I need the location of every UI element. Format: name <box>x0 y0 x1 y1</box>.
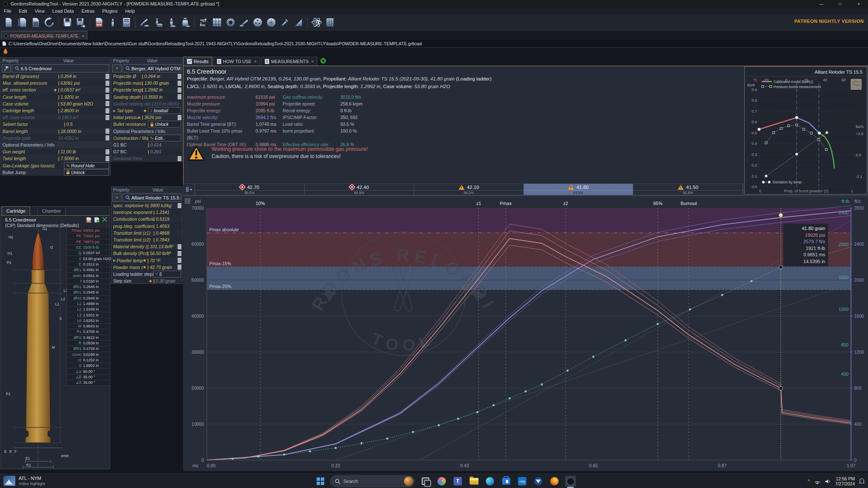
property-row[interactable]: G1 BC|0.614 <box>111 141 182 148</box>
gauge-tool-icon[interactable] <box>265 16 278 29</box>
cartridge-properties-name[interactable]: 6.5 Creedmoor <box>12 64 109 72</box>
ruler-icon[interactable] <box>106 101 109 106</box>
results-tab-results[interactable]: Results <box>183 57 212 66</box>
ladder-step-42.40[interactable]: 42.4094.9% <box>305 184 415 195</box>
property-row[interactable]: Construction / Mat✎Edit.. <box>111 135 182 141</box>
ruler-icon[interactable] <box>178 258 181 263</box>
taskbar-app-copilot[interactable] <box>436 476 447 487</box>
property-row[interactable]: ▶Powder temperature★|70 °F <box>111 257 182 264</box>
pick-tool-button[interactable] <box>2 64 11 72</box>
property-row[interactable]: Gas-Leakage (gas losses)✎Round Hole <box>1 162 110 169</box>
property-row[interactable]: Isentropic exponent (k)|1.2341 <box>111 209 182 216</box>
save-disk-icon[interactable] <box>61 16 74 29</box>
ruler-icon[interactable] <box>106 108 109 114</box>
propellant-properties-name[interactable]: Alliant Reloder TS 15.5 (20 <box>122 194 181 202</box>
value-edit-box[interactable]: ✎Round Hole <box>64 162 109 169</box>
ladder-step-41.80[interactable]: 41.8093.5% <box>524 184 634 195</box>
projectile-properties-name[interactable]: Berger, AR Hybrid OTM 26 <box>122 64 181 72</box>
reload-icon[interactable] <box>43 16 56 29</box>
measure-angle-icon[interactable] <box>292 16 305 29</box>
property-row[interactable]: Projectile mass|130.00 grain <box>111 80 182 86</box>
property-row[interactable]: Projectile path16.4392 in <box>1 135 110 141</box>
ruler-icon[interactable] <box>178 94 181 100</box>
property-row[interactable]: Barrel Ø (grooves)|0.264 in <box>1 73 110 80</box>
ruler-icon[interactable] <box>106 74 109 79</box>
menu-item-load-data[interactable]: Load Data <box>48 8 78 14</box>
unit-converter-icon[interactable]: kglb <box>197 16 210 29</box>
expand-arrow-icon[interactable]: ▶ <box>113 258 116 262</box>
ruler-icon[interactable] <box>178 156 181 161</box>
ladder-step-42.10[interactable]: 42.1094.2% <box>414 184 524 195</box>
report-icon[interactable] <box>120 16 133 29</box>
property-row[interactable]: Step size★|0.30 grain <box>111 277 182 284</box>
hidden-icons-caret[interactable]: ^ <box>808 479 810 484</box>
property-row[interactable]: Seating depth|0.3593 in <box>111 94 182 100</box>
taskbar-app-store[interactable] <box>501 476 512 487</box>
property-row[interactable]: Barrel length|18.0000 in <box>1 128 110 135</box>
export-pdf-icon[interactable]: PDF <box>86 217 92 223</box>
dropdown-button[interactable]: ▼ <box>112 64 122 72</box>
expand-arrow-icon[interactable]: ▶ <box>113 109 116 113</box>
clock[interactable]: 12:56 PM 7/27/2024 <box>835 476 855 486</box>
property-row[interactable]: Twist length|7.5000 in <box>1 155 110 162</box>
search-input[interactable]: Search <box>330 475 415 487</box>
file-tab[interactable]: POWDER-MEASURE-TEMPLATE × <box>1 31 87 40</box>
value-edit-box[interactable]: ✎Edit.. <box>148 135 181 141</box>
ruler-icon[interactable] <box>106 80 109 86</box>
ladder-menu-button[interactable]: ▼ <box>184 184 195 195</box>
value-lock-box[interactable]: Unlock <box>64 169 109 176</box>
ruler-icon[interactable] <box>178 87 181 93</box>
ladder-step-41.50[interactable]: 41.5092.8% <box>633 184 743 195</box>
ruler-icon[interactable] <box>106 149 109 155</box>
ruler-icon[interactable] <box>106 156 109 161</box>
property-row[interactable]: Bullet JumpUnlock <box>1 169 110 176</box>
tab-close-icon[interactable]: × <box>254 59 256 64</box>
minimize-button[interactable]: — <box>812 0 831 8</box>
tab-cartridge[interactable]: Cartridge <box>2 206 30 215</box>
property-row[interactable]: eff. case volume0.1953 in³ <box>1 114 110 121</box>
taskbar-app-teams[interactable]: T <box>452 476 463 487</box>
taskbar-app-task-view[interactable] <box>420 476 431 487</box>
property-row[interactable]: Guided seating de0.1310 in (46%) <box>111 100 182 107</box>
property-row[interactable]: Loading ladder steps▽5 <box>111 271 182 277</box>
powder-disc-icon[interactable] <box>251 16 264 29</box>
maximize-button[interactable]: □ <box>831 0 849 8</box>
taskbar-app-grt-active[interactable] <box>565 476 576 487</box>
new-file-icon[interactable] <box>2 16 15 29</box>
property-row[interactable]: Sectional Density (0.2661 lb/in² <box>111 155 182 162</box>
property-row[interactable]: Projectile length|1.2992 in <box>111 86 182 93</box>
ruler-icon[interactable] <box>178 74 181 79</box>
property-row[interactable]: Max. allowed pressure|63091 psi <box>1 80 110 86</box>
value-drop-box[interactable]: ▽5 <box>153 271 181 277</box>
ruler-icon[interactable] <box>106 135 109 141</box>
network-icon[interactable] <box>814 479 821 484</box>
property-row[interactable]: Combustion coefficient|0.5319 <box>111 216 182 222</box>
ruler-icon[interactable] <box>106 115 109 120</box>
property-row[interactable]: Material density (Pc)|101.13 lb/ft³ <box>111 243 182 250</box>
nozzle-tool-icon[interactable] <box>278 16 291 29</box>
taskbar-app-paint-app[interactable]: mdg <box>517 476 528 487</box>
open-file-icon[interactable] <box>16 16 28 29</box>
property-row[interactable]: Projectile Ø|0.264 in <box>111 73 182 80</box>
tab-close-icon[interactable]: × <box>311 59 314 64</box>
taskbar-app-file-explorer[interactable] <box>468 476 479 487</box>
close-diagram-icon[interactable] <box>102 217 107 222</box>
save-file-icon[interactable] <box>29 16 42 29</box>
value-drop-box[interactable]: ▽boattail <box>148 107 181 114</box>
menu-item-edit[interactable]: Edit <box>15 8 31 14</box>
ammo-database-icon[interactable] <box>152 16 164 29</box>
property-row[interactable]: Sebert factor|0.5 <box>1 121 110 128</box>
export-pdf-icon[interactable]: PDF <box>93 16 106 29</box>
start-button[interactable] <box>316 477 325 486</box>
bullet-database-icon[interactable] <box>165 16 178 29</box>
ruler-icon[interactable] <box>106 87 109 93</box>
file-tab-close-icon[interactable]: × <box>82 33 84 39</box>
taskbar-app-firefox[interactable] <box>549 476 560 487</box>
add-tab-button[interactable] <box>318 57 326 66</box>
property-row[interactable]: Case volume|53.80 grain H2O <box>1 100 110 107</box>
ruler-icon[interactable] <box>106 128 109 134</box>
property-row[interactable]: ▶Tail type★▽boattail <box>111 107 182 114</box>
data-grid-icon[interactable] <box>211 16 223 29</box>
ruler-icon[interactable] <box>178 80 181 86</box>
ruler-icon[interactable] <box>178 203 181 208</box>
